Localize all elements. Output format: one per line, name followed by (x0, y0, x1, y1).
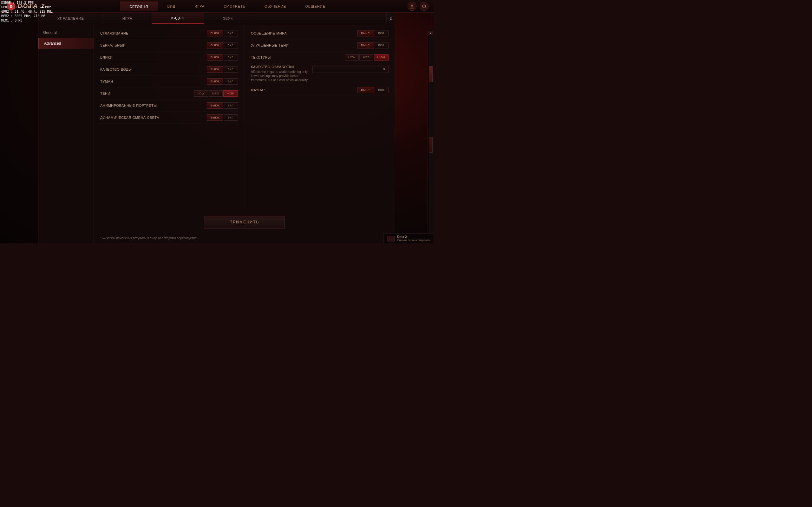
scrollbar: ▲ ▼ (427, 30, 433, 243)
top-nav-tabs: СЕГОДНЯ ВИД ИГРА СМОТРЕТЬ ОБУЧЕНИЕ ОБЩЕН… (52, 2, 403, 11)
apply-button[interactable]: ПРИМЕНИТЬ (204, 216, 285, 228)
main-content: УПРАВЛЕНИЕ ИГРА ВИДЕО ЗВУК 2 General Adv… (0, 13, 433, 243)
fog-on-btn[interactable]: ВКЛ. (224, 78, 238, 84)
setting-fog-label: ТУМАН (100, 79, 207, 83)
setting-antialiasing: СГЛАЖИВАНИЕ ВЫКЛ. ВКЛ. (99, 27, 240, 39)
fog-off-btn[interactable]: ВЫКЛ. (207, 78, 223, 84)
notif-content: Dota 2 Снимок экрана сохранен (397, 235, 430, 242)
textures-high-btn[interactable]: High (374, 54, 389, 60)
glare-on-btn[interactable]: ВКЛ. (224, 54, 238, 60)
nav-tab-game[interactable]: ИГРА (185, 2, 214, 11)
two-col-settings: СГЛАЖИВАНИЕ ВЫКЛ. ВКЛ. ЗЕРКАЛЬНЫЙ (94, 24, 395, 210)
setting-render-quality: КАЧЕСТВО ОБРАБОТКИ Affects the in-game w… (249, 63, 390, 84)
portraits-on-btn[interactable]: ВКЛ. (224, 102, 238, 109)
setting-portraits: АНИМИРОВАННЫЕ ПОРТРЕТЫ ВЫКЛ. ВКЛ. (99, 100, 240, 112)
quality-title: КАЧЕСТВО ОБРАБОТКИ (251, 65, 312, 69)
stat-mem2: MEM2 : 3005 MHz, 716 MB (1, 14, 53, 18)
setting-textures: ТЕКСТУРЫ Low Med High (249, 51, 390, 63)
settings-sidebar: General Advanced (38, 24, 94, 243)
nav-tab-today[interactable]: СЕГОДНЯ (120, 2, 158, 11)
stat-gpu2: GPU2 : 51 °C, 48 %, 915 MHz (1, 9, 53, 14)
scroll-up-arrow[interactable]: ▲ (428, 31, 433, 35)
water-off-btn[interactable]: ВЫКЛ. (207, 66, 223, 72)
setting-fauna: ФАУНА* ВЫКЛ. ВКЛ. (249, 84, 390, 96)
apply-section: ПРИМЕНИТЬ (94, 210, 395, 235)
settings-panel: УПРАВЛЕНИЕ ИГРА ВИДЕО ЗВУК 2 General Adv… (38, 13, 395, 243)
setting-mirror-controls: ВЫКЛ. ВКЛ. (207, 42, 238, 49)
scroll-thumb[interactable] (429, 66, 433, 82)
power-icon[interactable] (420, 2, 428, 11)
settings-main-area: СГЛАЖИВАНИЕ ВЫКЛ. ВКЛ. ЗЕРКАЛЬНЫЙ (94, 24, 395, 243)
setting-glare: БЛИКИ ВЫКЛ. ВКЛ. (99, 51, 240, 63)
stat-gpu1: GPU1 : 33 °C, 0 %, 324 MHz (1, 5, 53, 9)
notif-game-icon (387, 236, 395, 241)
avatar-icon[interactable] (408, 2, 416, 11)
shadows-med-btn[interactable]: Med (209, 90, 223, 97)
setting-mirror-label: ЗЕРКАЛЬНЫЙ (100, 43, 207, 47)
water-on-btn[interactable]: ВКЛ. (224, 66, 238, 72)
setting-dynamic-light: ДИНАМИЧЕСКАЯ СМЕНА СВЕТА ВЫКЛ. ВКЛ. (99, 112, 240, 124)
nav-tab-view[interactable]: ВИД (158, 2, 185, 11)
glare-off-btn[interactable]: ВЫКЛ. (207, 54, 223, 60)
setting-dynamic-light-label: ДИНАМИЧЕСКАЯ СМЕНА СВЕТА (100, 116, 207, 119)
scroll-track (429, 36, 433, 238)
sidebar-item-general[interactable]: General (38, 27, 94, 38)
antialiasing-on-btn[interactable]: ВКЛ. (224, 30, 238, 37)
setting-antialiasing-controls: ВЫКЛ. ВКЛ. (207, 30, 238, 37)
setting-world-light: ОСВЕЩЕНИЕ МИРА ВЫКЛ. ВКЛ. (249, 27, 390, 39)
sidebar-item-advanced[interactable]: Advanced (38, 38, 94, 49)
enhanced-shadows-on-btn[interactable]: ВКЛ. (374, 42, 389, 49)
setting-enhanced-shadows-controls: ВЫКЛ. ВКЛ. (357, 42, 389, 49)
nav-tab-social[interactable]: ОБЩЕНИЕ (296, 2, 335, 11)
stat-d3d9e: D3D9E : 120.3 FPS (1, 1, 53, 5)
dynamic-light-on-btn[interactable]: ВКЛ. (224, 114, 238, 121)
setting-textures-label: ТЕКСТУРЫ (251, 55, 345, 59)
world-light-on-btn[interactable]: ВКЛ. (374, 30, 389, 37)
notif-message: Снимок экрана сохранен (397, 239, 430, 242)
world-light-off-btn[interactable]: ВЫКЛ. (357, 30, 374, 37)
portraits-off-btn[interactable]: ВЫКЛ. (207, 102, 223, 109)
shadows-high-btn[interactable]: High (223, 90, 238, 97)
setting-enhanced-shadows-label: УЛУЧШЕННЫЕ ТЕНИ (251, 43, 357, 47)
settings-left-column: СГЛАЖИВАНИЕ ВЫКЛ. ВКЛ. ЗЕРКАЛЬНЫЙ (94, 24, 245, 210)
quality-label-area: КАЧЕСТВО ОБРАБОТКИ Affects the in-game w… (251, 65, 312, 82)
badge: 2 (386, 13, 395, 24)
setting-portraits-controls: ВЫКЛ. ВКЛ. (207, 102, 238, 109)
subtab-video[interactable]: ВИДЕО (152, 13, 204, 24)
setting-world-light-label: ОСВЕЩЕНИЕ МИРА (251, 32, 357, 35)
mirror-on-btn[interactable]: ВКЛ. (224, 42, 238, 49)
setting-shadows-label: ТЕНИ (100, 92, 194, 95)
textures-low-btn[interactable]: Low (345, 54, 359, 60)
nav-tab-watch[interactable]: СМОТРЕТЬ (214, 2, 255, 11)
setting-enhanced-shadows: УЛУЧШЕННЫЕ ТЕНИ ВЫКЛ. ВКЛ. (249, 39, 390, 51)
quality-dropdown-arrow: ▼ (383, 67, 386, 71)
setting-glare-controls: ВЫКЛ. ВКЛ. (207, 54, 238, 60)
textures-med-btn[interactable]: Med (359, 54, 373, 60)
fauna-off-btn[interactable]: ВЫКЛ. (357, 87, 374, 93)
top-nav-right (403, 2, 433, 11)
top-navigation: D DOTA 2 СЕГОДНЯ ВИД ИГРА СМОТРЕТЬ ОБУЧЕ… (0, 0, 433, 13)
setting-shadows-controls: Low Med High (194, 90, 238, 97)
fauna-on-btn[interactable]: ВКЛ. (374, 87, 389, 93)
subtab-game[interactable]: ИГРА (103, 13, 152, 24)
nav-tab-learn[interactable]: ОБУЧЕНИЕ (255, 2, 296, 11)
setting-fauna-controls: ВЫКЛ. ВКЛ. (357, 87, 389, 93)
setting-fauna-label: ФАУНА* (251, 88, 357, 92)
mirror-off-btn[interactable]: ВЫКЛ. (207, 42, 223, 49)
shadows-low-btn[interactable]: Low (194, 90, 208, 97)
setting-water: КАЧЕСТВО ВОДЫ ВЫКЛ. ВКЛ. (99, 63, 240, 75)
scroll-thumb-2 (429, 137, 433, 153)
settings-right-column: ОСВЕЩЕНИЕ МИРА ВЫКЛ. ВКЛ. УЛУЧШЕННЫЕ ТЕН… (245, 24, 395, 210)
setting-water-controls: ВЫКЛ. ВКЛ. (207, 66, 238, 72)
quality-tooltip: Affects the in-game world rendering only… (251, 70, 312, 82)
setting-fog-controls: ВЫКЛ. ВКЛ. (207, 78, 238, 84)
subtab-sound[interactable]: ЗВУК (204, 13, 252, 24)
enhanced-shadows-off-btn[interactable]: ВЫКЛ. (357, 42, 374, 49)
setting-fog: ТУМАН ВЫКЛ. ВКЛ. (99, 75, 240, 88)
setting-portraits-label: АНИМИРОВАННЫЕ ПОРТРЕТЫ (100, 104, 207, 107)
performance-stats: D3D9E : 120.3 FPS GPU1 : 33 °C, 0 %, 324… (0, 0, 54, 23)
svg-point-2 (411, 4, 413, 6)
quality-dropdown[interactable]: ▼ (312, 66, 389, 73)
antialiasing-off-btn[interactable]: ВЫКЛ. (207, 30, 223, 37)
dynamic-light-off-btn[interactable]: ВЫКЛ. (207, 114, 223, 121)
